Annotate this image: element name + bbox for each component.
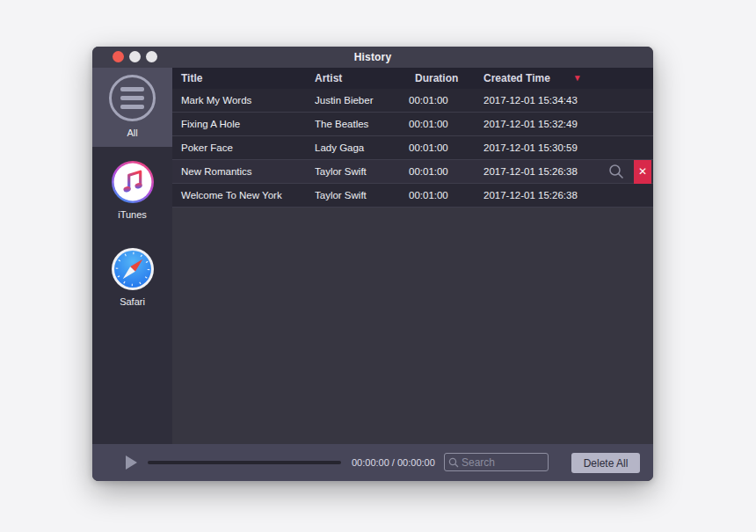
column-header-created-time[interactable]: Created Time ▼	[466, 72, 653, 84]
sidebar-item-label: iTunes	[118, 209, 147, 220]
row-duration: 00:01:00	[409, 190, 466, 200]
row-artist: Justin Bieber	[315, 95, 409, 106]
search-input[interactable]	[462, 456, 544, 469]
row-actions: ✕	[608, 160, 653, 183]
row-artist: Taylor Swift	[315, 166, 409, 177]
row-created-time: 2017-12-01 15:34:43	[466, 95, 653, 106]
row-artist: The Beatles	[315, 119, 409, 129]
row-created-time: 2017-12-01 15:30:59	[466, 142, 653, 153]
delete-all-button[interactable]: Delete All	[571, 453, 640, 473]
row-duration: 00:01:00	[409, 95, 466, 106]
row-created-time: 2017-12-01 15:32:49	[466, 119, 653, 129]
row-search-icon[interactable]	[608, 164, 624, 179]
row-duration: 00:01:00	[409, 166, 466, 177]
progress-slider[interactable]	[148, 461, 341, 464]
history-window: History All	[92, 47, 653, 481]
source-sidebar: All	[92, 68, 172, 444]
row-title: New Romantics	[172, 166, 315, 177]
column-header-duration[interactable]: Duration	[409, 72, 466, 84]
search-box	[444, 453, 549, 471]
sidebar-item-label: All	[127, 128, 137, 138]
row-artist: Taylor Swift	[315, 190, 409, 200]
column-header-artist[interactable]: Artist	[315, 72, 409, 84]
row-artist: Lady Gaga	[315, 142, 409, 153]
sort-desc-icon: ▼	[573, 74, 582, 83]
minimize-button[interactable]	[129, 51, 141, 62]
sidebar-item-label: Safari	[120, 296, 145, 307]
history-table: Title Artist Duration Created Time ▼ Mar…	[172, 68, 653, 444]
player-bar: 00:00:00 / 00:00:00 Delete All	[92, 444, 653, 481]
table-header: Title Artist Duration Created Time ▼	[172, 68, 653, 89]
table-row[interactable]: Poker Face Lady Gaga 00:01:00 2017-12-01…	[172, 136, 653, 160]
row-created-time: 2017-12-01 15:26:38	[466, 190, 653, 200]
safari-icon	[112, 248, 154, 290]
play-button[interactable]	[126, 455, 137, 470]
table-body: Mark My Words Justin Bieber 00:01:00 201…	[172, 89, 653, 208]
table-row[interactable]: Welcome To New York Taylor Swift 00:01:0…	[172, 184, 653, 208]
sidebar-item-itunes[interactable]: iTunes	[92, 152, 172, 230]
menu-circle-icon	[109, 75, 156, 121]
row-title: Fixing A Hole	[172, 119, 315, 129]
search-icon	[448, 457, 459, 468]
close-button[interactable]	[113, 51, 124, 62]
table-row[interactable]: Mark My Words Justin Bieber 00:01:00 201…	[172, 89, 653, 113]
window-title: History	[92, 51, 653, 63]
row-duration: 00:01:00	[409, 119, 466, 129]
row-title: Poker Face	[172, 142, 315, 153]
table-row[interactable]: New Romantics Taylor Swift 00:01:00 2017…	[172, 160, 653, 184]
row-title: Mark My Words	[172, 95, 315, 106]
traffic-lights	[113, 51, 157, 62]
column-header-title[interactable]: Title	[172, 72, 315, 84]
maximize-button[interactable]	[146, 51, 157, 62]
column-header-label: Created Time	[483, 72, 550, 84]
sidebar-item-safari[interactable]: Safari	[92, 239, 172, 317]
row-title: Welcome To New York	[172, 190, 315, 200]
row-duration: 00:01:00	[409, 142, 466, 153]
time-display: 00:00:00 / 00:00:00	[352, 457, 435, 468]
itunes-icon	[112, 161, 154, 203]
sidebar-item-all[interactable]: All	[92, 68, 172, 147]
title-bar: History	[92, 47, 653, 68]
row-delete-button[interactable]: ✕	[634, 160, 651, 184]
table-row[interactable]: Fixing A Hole The Beatles 00:01:00 2017-…	[172, 113, 653, 136]
